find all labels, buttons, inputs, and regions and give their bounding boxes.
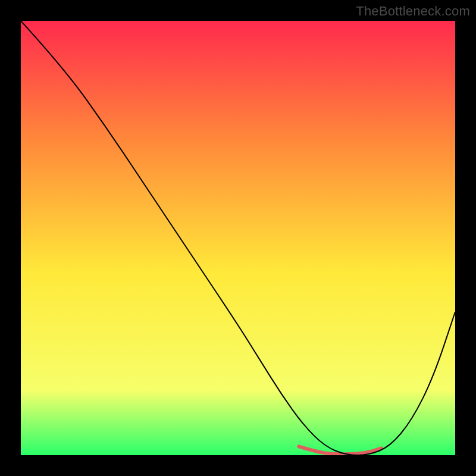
- plot-area: [21, 21, 455, 455]
- watermark-label: TheBottleneck.com: [356, 4, 470, 19]
- chart-frame: TheBottleneck.com: [0, 0, 476, 476]
- gradient-bg: [21, 21, 455, 455]
